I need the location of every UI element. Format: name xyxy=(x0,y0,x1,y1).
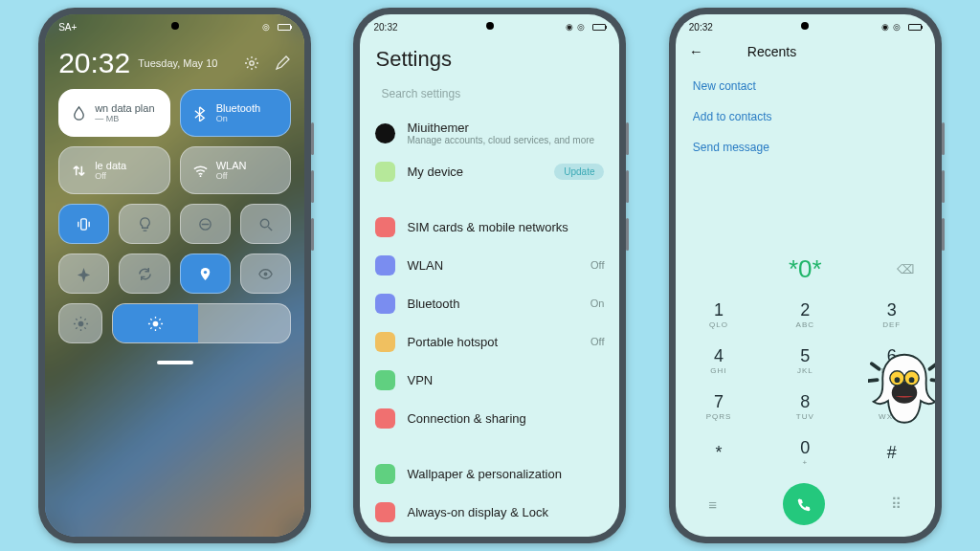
updown-icon xyxy=(71,163,87,179)
search-input[interactable]: Search settings xyxy=(375,81,604,114)
back-button[interactable]: ← xyxy=(689,43,703,59)
search-toggle[interactable] xyxy=(240,204,291,244)
phone-icon xyxy=(796,496,813,513)
gear-icon[interactable] xyxy=(243,55,260,72)
dial-key-9[interactable]: 9WXYZ xyxy=(848,384,934,430)
settings-item[interactable]: Bluetooth On xyxy=(375,284,604,322)
settings-item-label: WLAN xyxy=(407,258,579,273)
account-row[interactable]: Miuithemer Manage accounts, cloud servic… xyxy=(375,114,604,152)
search-icon xyxy=(257,216,274,232)
dnd-icon xyxy=(197,216,213,232)
bright-icon xyxy=(147,316,164,332)
dnd-toggle[interactable] xyxy=(180,204,231,244)
dial-key-4[interactable]: 4GHI xyxy=(676,338,762,384)
location-icon xyxy=(197,266,213,282)
settings-item[interactable]: Portable hotspot Off xyxy=(375,322,604,361)
call-button[interactable] xyxy=(783,483,825,525)
wifi-icon xyxy=(192,163,209,179)
dial-key-2[interactable]: 2ABC xyxy=(762,292,848,338)
account-sub: Manage accounts, cloud services, and mor… xyxy=(407,135,604,145)
eye-icon xyxy=(257,266,274,282)
carrier-label: SA+ xyxy=(58,22,77,33)
clock: 20:32 xyxy=(58,47,130,79)
wlan-tile[interactable]: WLANOff xyxy=(180,146,292,194)
status-time: 20:32 xyxy=(373,22,397,33)
settings-item-icon xyxy=(375,408,395,429)
dial-display: *0* xyxy=(789,254,822,284)
status-icons: ◉◎ xyxy=(566,22,606,32)
settings-item-icon xyxy=(375,294,395,314)
settings-item[interactable]: SIM cards & mobile networks xyxy=(375,208,604,246)
brightness-auto-toggle[interactable] xyxy=(58,303,102,343)
settings-item-label: Always-on display & Lock xyxy=(407,505,604,519)
rotate-icon xyxy=(137,266,153,282)
settings-item-label: Connection & sharing xyxy=(407,411,604,426)
settings-item-icon xyxy=(375,217,395,237)
settings-item-label: Portable hotspot xyxy=(407,335,579,349)
home-handle[interactable] xyxy=(157,361,193,364)
settings-item-icon xyxy=(375,502,395,522)
vibrate-toggle[interactable] xyxy=(58,204,109,244)
settings-item-value: On xyxy=(590,298,605,309)
settings-item-value: Off xyxy=(590,336,604,347)
brightness-slider[interactable] xyxy=(112,303,291,343)
eye-toggle[interactable] xyxy=(240,253,291,294)
status-icons: ◉◎ xyxy=(881,22,922,32)
settings-item-label: Bluetooth xyxy=(407,297,578,311)
settings-item-icon xyxy=(375,255,395,276)
bright-icon xyxy=(73,316,89,332)
airplane-icon xyxy=(76,266,92,282)
bulb-toggle[interactable] xyxy=(119,204,169,244)
settings-item-label: Wallpaper & personalization xyxy=(407,467,604,481)
device-icon xyxy=(375,162,395,182)
vibrate-icon xyxy=(76,216,92,232)
settings-item-icon xyxy=(375,370,395,390)
settings-item-label: VPN xyxy=(407,373,604,387)
settings-item-value: Off xyxy=(590,259,604,271)
backspace-icon[interactable]: ⌫ xyxy=(897,262,914,276)
dial-key-0[interactable]: 0+ xyxy=(762,430,848,475)
dial-key-7[interactable]: 7PQRS xyxy=(676,384,762,430)
update-badge[interactable]: Update xyxy=(554,164,604,180)
dial-key-*[interactable]: * xyxy=(676,430,762,475)
drop-icon xyxy=(71,105,87,121)
bulb-icon xyxy=(137,216,153,232)
settings-item[interactable]: WLAN Off xyxy=(375,246,604,284)
status-icons: ◎ xyxy=(262,22,291,32)
date: Tuesday, May 10 xyxy=(138,57,230,69)
rotate-toggle[interactable] xyxy=(119,253,169,294)
dial-key-#[interactable]: # xyxy=(848,430,934,475)
my-device-row[interactable]: My device Update xyxy=(375,152,604,190)
page-title: Settings xyxy=(375,47,604,72)
page-title: Recents xyxy=(747,44,796,59)
avatar xyxy=(375,123,395,143)
mobile-data-tile[interactable]: le dataOff xyxy=(58,146,170,194)
dial-key-3[interactable]: 3DEF xyxy=(848,292,934,338)
data-plan-tile[interactable]: wn data plan— MB xyxy=(58,89,170,137)
settings-item[interactable]: Always-on display & Lock xyxy=(375,493,604,531)
dialpad-button[interactable]: ⠿ xyxy=(891,496,902,513)
context-menu-item[interactable]: New contact xyxy=(693,71,918,101)
dial-key-6[interactable]: 6MNO xyxy=(848,338,934,384)
settings-item[interactable]: Wallpaper & personalization xyxy=(375,454,604,493)
airplane-toggle[interactable] xyxy=(58,253,109,294)
context-menu-item[interactable]: Send message xyxy=(693,132,918,163)
settings-item-icon xyxy=(375,332,395,352)
menu-button[interactable]: ≡ xyxy=(708,496,717,513)
my-device-label: My device xyxy=(407,165,543,179)
dial-key-8[interactable]: 8TUV xyxy=(762,384,848,430)
status-time: 20:32 xyxy=(689,22,713,33)
bluetooth-tile[interactable]: BluetoothOn xyxy=(180,89,292,137)
dial-key-5[interactable]: 5JKL xyxy=(762,338,848,384)
context-menu-item[interactable]: Add to contacts xyxy=(693,101,918,132)
settings-item-icon xyxy=(375,464,395,484)
bluetooth-icon xyxy=(192,105,209,121)
edit-icon[interactable] xyxy=(274,55,291,72)
settings-item-label: SIM cards & mobile networks xyxy=(407,220,604,234)
settings-item[interactable]: Connection & sharing xyxy=(375,399,604,437)
location-toggle[interactable] xyxy=(180,253,231,294)
account-name: Miuithemer xyxy=(407,121,468,135)
dial-key-1[interactable]: 1QLO xyxy=(676,292,762,338)
settings-item[interactable]: VPN xyxy=(375,361,604,399)
